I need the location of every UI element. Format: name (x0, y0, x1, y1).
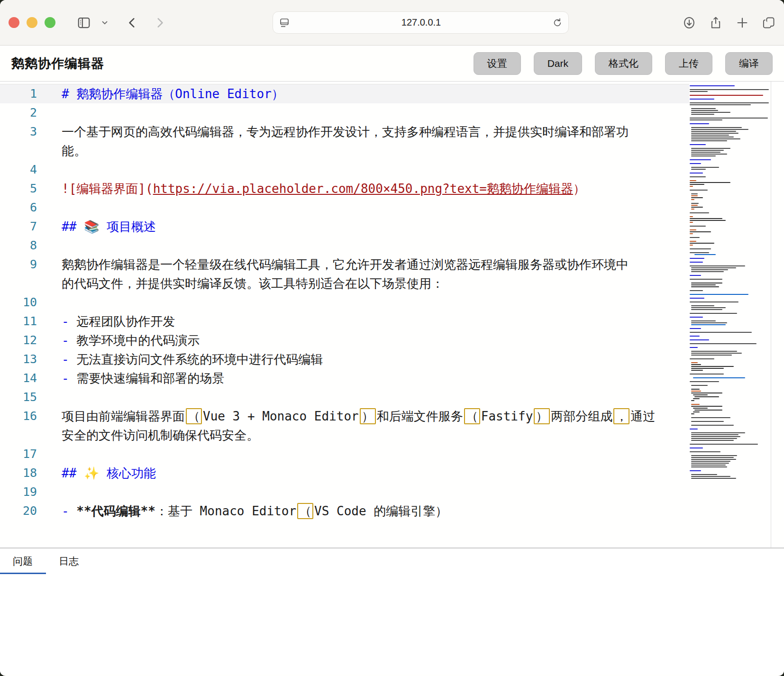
editor-row[interactable]: 2 (0, 103, 689, 122)
minimap-line (691, 135, 729, 136)
header-button-1[interactable]: Dark (534, 52, 582, 75)
editor-row[interactable]: 17 (0, 445, 689, 464)
editor-row[interactable]: 15 (0, 388, 689, 407)
minimap-line (690, 448, 703, 448)
code-editor[interactable]: 1# 鹅鹅协作编辑器（Online Editor）23一个基于网页的高效代码编辑… (0, 81, 784, 548)
reload-icon[interactable] (552, 18, 563, 28)
minimap-line (691, 368, 724, 369)
minimap-line (691, 203, 698, 204)
minimap-line (691, 152, 720, 153)
editor-row[interactable]: 7## 📚 项目概述 (0, 217, 689, 236)
url-text[interactable]: 127.0.0.1 (290, 17, 552, 28)
editor-row[interactable]: 18## ✨ 核心功能 (0, 464, 689, 483)
header-button-3[interactable]: 上传 (665, 52, 712, 75)
editor-row[interactable]: 8 (0, 236, 689, 255)
minimap-line (691, 459, 736, 460)
editor-row[interactable]: 安全的文件访问机制确保代码安全。 (0, 426, 689, 445)
editor-row[interactable]: 3一个基于网页的高效代码编辑器，专为远程协作开发设计，支持多种编程语言，并提供实… (0, 122, 689, 141)
close-button[interactable] (9, 17, 19, 28)
minimap-line (690, 339, 709, 340)
header-button-0[interactable]: 设置 (474, 52, 521, 75)
minimap-line (690, 252, 709, 253)
code-segment: 远程团队协作开发 (76, 314, 175, 329)
minimap-line (691, 364, 701, 365)
minimap-line (690, 347, 698, 348)
editor-row[interactable]: 5![编辑器界面](https://via.placeholder.com/80… (0, 179, 689, 198)
minimap-line (690, 248, 711, 249)
minimap-line (691, 307, 725, 308)
minimap-line (690, 220, 726, 221)
minimap-line (691, 355, 732, 356)
panel-tab-1[interactable]: 日志 (46, 548, 92, 574)
code-segment: （ (464, 408, 480, 424)
header-button-2[interactable]: 格式化 (595, 52, 652, 75)
back-icon[interactable] (122, 12, 143, 33)
minimap-line (691, 309, 722, 310)
minimize-button[interactable] (27, 17, 37, 28)
code-segment: 无法直接访问文件系统的环境中进行代码编辑 (76, 352, 323, 366)
editor-row[interactable]: 13- 无法直接访问文件系统的环境中进行代码编辑 (0, 350, 689, 369)
chevron-down-icon[interactable] (94, 12, 115, 33)
minimap-line (691, 366, 733, 367)
line-content: - **代码编辑**：基于 Monaco Editor（VS Code 的编辑引… (37, 502, 447, 521)
minimap-line (691, 461, 730, 462)
minimap[interactable] (690, 85, 771, 548)
address-bar[interactable]: 127.0.0.1 (273, 11, 569, 34)
sidebar-icon[interactable] (73, 12, 94, 33)
minimap-line (690, 451, 720, 452)
editor-row[interactable]: 11- 远程团队协作开发 (0, 312, 689, 331)
minimap-line (690, 226, 706, 227)
zoom-button[interactable] (45, 17, 55, 28)
minimap-line (690, 102, 769, 103)
minimap-line (690, 85, 735, 86)
editor-row[interactable]: 14- 需要快速编辑和部署的场景 (0, 369, 689, 388)
minimap-line (690, 290, 703, 291)
line-number (0, 426, 37, 445)
editor-row[interactable]: 10 (0, 293, 689, 312)
code-segment: 项目由前端编辑器界面 (62, 409, 185, 423)
code-segment: ） (573, 182, 585, 196)
minimap-line (690, 144, 706, 145)
line-number: 3 (0, 122, 37, 141)
minimap-line (691, 267, 736, 268)
line-content (37, 160, 62, 179)
minimap-line (691, 393, 722, 393)
minimap-line (690, 343, 757, 344)
minimap-line (690, 245, 693, 246)
forward-icon[interactable] (149, 12, 170, 33)
minimap-line (690, 332, 752, 333)
minimap-line (691, 425, 733, 426)
editor-row[interactable]: 16项目由前端编辑器界面（Vue 3 + Monaco Editor）和后端文件… (0, 407, 689, 426)
editor-row[interactable]: 12- 教学环境中的代码演示 (0, 331, 689, 350)
code-segment: 能。 (62, 144, 86, 158)
editor-row[interactable]: 4 (0, 160, 689, 179)
header-button-4[interactable]: 编译 (725, 52, 773, 75)
line-content: 项目由前端编辑器界面（Vue 3 + Monaco Editor）和后端文件服务… (37, 407, 655, 426)
editor-row[interactable]: 1# 鹅鹅协作编辑器（Online Editor） (0, 84, 689, 103)
minimap-line (690, 429, 698, 429)
editor-row[interactable]: 20- **代码编辑**：基于 Monaco Editor（VS Code 的编… (0, 502, 689, 521)
minimap-line (691, 457, 733, 458)
markdown-link[interactable]: https://via.placeholder.com/800×450.png?… (153, 182, 573, 196)
tab-overview-icon[interactable] (762, 16, 775, 29)
page-settings-icon[interactable] (279, 17, 290, 28)
editor-row[interactable]: 的代码文件，并提供实时编译反馈。该工具特别适合在以下场景使用： (0, 274, 689, 293)
line-content: - 需要快速编辑和部署的场景 (37, 369, 224, 388)
editor-row[interactable]: 能。 (0, 141, 689, 160)
code-segment: ：基于 Monaco Editor (155, 504, 296, 518)
line-content: # 鹅鹅协作编辑器（Online Editor） (37, 84, 284, 103)
panel-tab-0[interactable]: 问题 (0, 548, 46, 574)
minimap-line (691, 155, 716, 156)
minimap-line (690, 243, 714, 244)
downloads-icon[interactable] (683, 16, 696, 29)
minimap-line (691, 286, 719, 287)
minimap-line (691, 406, 722, 407)
share-icon[interactable] (709, 16, 722, 29)
new-tab-icon[interactable] (736, 16, 749, 29)
minimap-line (690, 180, 696, 181)
line-number: 1 (0, 84, 37, 103)
editor-row[interactable]: 9鹅鹅协作编辑器是一个轻量级在线代码编辑工具，它允许开发者通过浏览器远程编辑服务… (0, 255, 689, 274)
line-number (0, 141, 37, 160)
editor-row[interactable]: 19 (0, 483, 689, 502)
editor-row[interactable]: 6 (0, 198, 689, 217)
